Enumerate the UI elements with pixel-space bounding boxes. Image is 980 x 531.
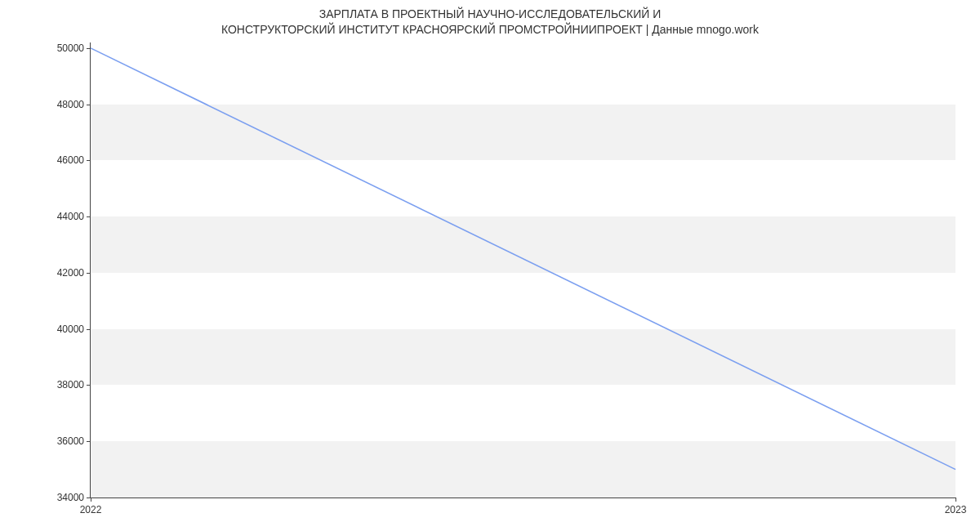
x-tick-label: 2022 [80,498,102,515]
y-tick-label: 44000 [57,211,91,222]
plot-area: 3400036000380004000042000440004600048000… [90,42,956,498]
line-layer [91,42,956,498]
series-line [91,48,956,470]
chart-title: ЗАРПЛАТА В ПРОЕКТНЫЙ НАУЧНО-ИССЛЕДОВАТЕЛ… [0,7,980,38]
y-tick-label: 36000 [57,435,91,447]
x-tick-label: 2023 [945,498,967,515]
chart-container: ЗАРПЛАТА В ПРОЕКТНЫЙ НАУЧНО-ИССЛЕДОВАТЕЛ… [0,0,980,531]
y-tick-label: 46000 [57,154,91,166]
y-tick-label: 40000 [57,324,91,335]
chart-title-line1: ЗАРПЛАТА В ПРОЕКТНЫЙ НАУЧНО-ИССЛЕДОВАТЕЛ… [319,7,662,20]
y-tick-label: 42000 [57,267,91,279]
y-tick-label: 38000 [57,379,91,390]
chart-title-line2: КОНСТРУКТОРСКИЙ ИНСТИТУТ КРАСНОЯРСКИЙ ПР… [221,23,759,36]
y-tick-label: 50000 [57,42,91,54]
y-tick-label: 48000 [57,99,91,110]
